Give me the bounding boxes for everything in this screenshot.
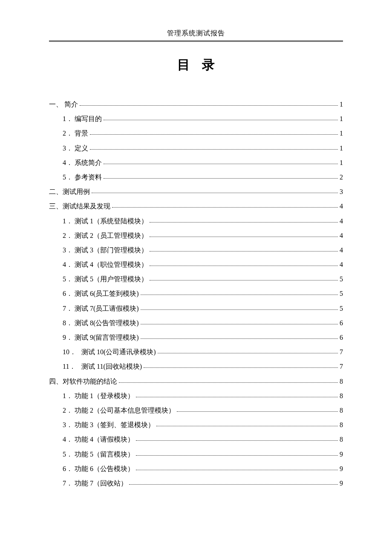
toc-entry-number: 7． xyxy=(63,480,75,487)
toc-leader-dots xyxy=(141,324,338,324)
toc-entry-page: 1 xyxy=(340,159,343,166)
toc-leader-dots xyxy=(136,440,338,441)
toc-entry-text: 测试 1（系统登陆模块） xyxy=(75,217,148,225)
toc-leader-dots xyxy=(104,178,338,179)
toc-leader-dots xyxy=(150,280,338,280)
toc-entry-text: 定义 xyxy=(75,145,88,152)
toc-entry-page: 6 xyxy=(340,320,343,327)
toc-entry: 三、测试结果及发现4 xyxy=(49,203,343,210)
toc-entry-text: 测试 2（员工管理模块） xyxy=(75,232,148,239)
header-rule-thin xyxy=(49,41,343,42)
toc-entry-label: 11．测试 11(回收站模块) xyxy=(63,363,142,370)
toc-entry-label: 4．功能 4（请假模块） xyxy=(63,436,134,443)
toc-entry-label: 4．系统简介 xyxy=(63,159,102,166)
toc-entry-number: 1． xyxy=(63,218,75,225)
toc-entry: 7．测试 7(员工请假模块)5 xyxy=(49,305,343,312)
toc-entry-page: 9 xyxy=(340,480,343,487)
toc-entry-page: 4 xyxy=(340,218,343,225)
toc-entry-text: 测试 10(公司通讯录模块) xyxy=(81,348,156,356)
toc-entry-text: 测试用例 xyxy=(63,188,90,195)
toc-entry-number: 5． xyxy=(63,451,75,458)
toc-entry: 5．测试 5（用户管理模块）5 xyxy=(49,276,343,283)
toc-entry-text: 参考资料 xyxy=(75,173,102,181)
toc-entry-text: 对软件功能的结论 xyxy=(63,378,117,385)
toc-entry-number: 1． xyxy=(63,393,75,399)
toc-leader-dots xyxy=(129,484,338,485)
toc-entry-number: 5． xyxy=(63,276,75,283)
toc-entry: 5．参考资料2 xyxy=(49,174,343,181)
toc-entry: 一、 简介1 xyxy=(49,101,343,108)
toc-entry-page: 5 xyxy=(340,290,343,297)
toc-entry-number: 10． xyxy=(63,349,81,356)
toc-leader-dots xyxy=(80,105,338,106)
toc-entry-number: 6． xyxy=(63,290,75,297)
toc-entry-label: 3．定义 xyxy=(63,145,88,152)
toc-entry-label: 8．测试 8(公告管理模块) xyxy=(63,320,139,327)
toc-entry-text: 测试结果及发现 xyxy=(63,202,110,210)
toc-entry-text: 功能 6（公告模块） xyxy=(75,465,134,472)
toc-leader-dots xyxy=(141,338,338,339)
toc-entry-label: 5．测试 5（用户管理模块） xyxy=(63,276,148,283)
toc-entry-number: 一、 xyxy=(49,101,63,108)
toc-leader-dots xyxy=(112,207,338,208)
toc-entry: 3．测试 3（部门管理模块）4 xyxy=(49,247,343,254)
toc-entry: 9．测试 9(留言管理模块)6 xyxy=(49,334,343,341)
toc-entry-label: 1．功能 1（登录模块） xyxy=(63,393,134,399)
toc-entry-label: 6．测试 6(员工签到模块) xyxy=(63,290,139,297)
toc-entry-number: 四、 xyxy=(49,378,63,385)
toc-leader-dots xyxy=(150,251,338,251)
toc-leader-dots xyxy=(177,411,338,412)
toc-entry-label: 10．测试 10(公司通讯录模块) xyxy=(63,349,156,356)
toc-entry-number: 7． xyxy=(63,305,75,312)
toc-entry-label: 2．功能 2（公司基本信息管理模块） xyxy=(63,407,175,414)
toc-leader-dots xyxy=(141,309,338,310)
toc-entry-label: 7．测试 7(员工请假模块) xyxy=(63,305,139,312)
toc-entry-text: 测试 4（职位管理模块） xyxy=(75,261,148,268)
toc-entry-page: 4 xyxy=(340,247,343,254)
toc-entry-label: 4．测试 4（职位管理模块） xyxy=(63,261,148,268)
toc-entry-page: 3 xyxy=(340,188,343,195)
toc-entry-text: 测试 5（用户管理模块） xyxy=(75,275,148,283)
toc-entry: 11．测试 11(回收站模块)7 xyxy=(49,363,343,370)
toc-entry-label: 一、 简介 xyxy=(49,101,78,108)
toc-entry-number: 4． xyxy=(63,436,75,443)
toc-entry-page: 1 xyxy=(340,116,343,122)
header-title: 管理系统测试报告 xyxy=(49,29,343,38)
toc-entry-number: 8． xyxy=(63,320,75,327)
toc-leader-dots xyxy=(136,455,338,456)
toc-entry-page: 6 xyxy=(340,334,343,341)
toc-entry: 四、对软件功能的结论8 xyxy=(49,378,343,385)
toc-entry-label: 二、测试用例 xyxy=(49,188,90,195)
page-header: 管理系统测试报告 xyxy=(49,29,343,42)
toc-entry: 3．定义1 xyxy=(49,145,343,152)
toc-leader-dots xyxy=(119,382,338,383)
toc-entry: 二、测试用例3 xyxy=(49,188,343,195)
toc-entry: 10．测试 10(公司通讯录模块)7 xyxy=(49,349,343,356)
toc-entry-page: 2 xyxy=(340,174,343,181)
toc-entry-label: 1．编写目的 xyxy=(63,116,102,122)
toc-entry-page: 4 xyxy=(340,261,343,268)
toc-entry: 6．测试 6(员工签到模块)5 xyxy=(49,290,343,297)
toc-entry-number: 二、 xyxy=(49,188,63,195)
toc-entry-text: 简介 xyxy=(64,101,78,108)
toc-entry-text: 功能 3（签到、签退模块） xyxy=(75,421,155,428)
toc-entry-page: 7 xyxy=(340,363,343,370)
table-of-contents: 一、 简介11．编写目的12．背景13．定义14．系统简介15．参考资料2二、测… xyxy=(49,101,343,487)
toc-entry-page: 7 xyxy=(340,349,343,356)
toc-entry-page: 8 xyxy=(340,407,343,414)
toc-leader-dots xyxy=(141,295,338,295)
toc-entry-text: 功能 4（请假模块） xyxy=(75,436,134,443)
toc-entry-text: 功能 7（回收站） xyxy=(75,480,127,487)
toc-leader-dots xyxy=(158,353,338,353)
toc-leader-dots xyxy=(150,222,338,223)
toc-entry-text: 系统简介 xyxy=(75,159,102,166)
toc-entry: 2．背景1 xyxy=(49,130,343,137)
toc-entry-text: 测试 8(公告管理模块) xyxy=(75,319,139,327)
toc-entry-page: 8 xyxy=(340,378,343,385)
toc-entry-label: 四、对软件功能的结论 xyxy=(49,378,117,385)
document-page: 管理系统测试报告 目录 一、 简介11．编写目的12．背景13．定义14．系统简… xyxy=(0,0,392,487)
toc-entry: 2．功能 2（公司基本信息管理模块）8 xyxy=(49,407,343,414)
toc-entry-number: 2． xyxy=(63,407,75,414)
toc-entry-label: 9．测试 9(留言管理模块) xyxy=(63,334,139,341)
toc-entry-page: 4 xyxy=(340,203,343,210)
